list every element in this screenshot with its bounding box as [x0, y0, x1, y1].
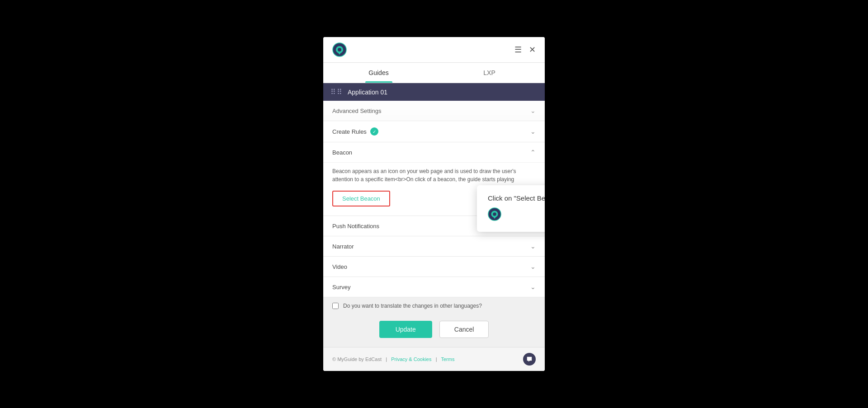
grid-icon: ⠿⠿ — [330, 88, 343, 96]
terms-link[interactable]: Terms — [441, 356, 454, 362]
privacy-link[interactable]: Privacy & Cookies — [391, 356, 431, 362]
create-rules-chevron: ⌄ — [530, 128, 536, 135]
beacon-header[interactable]: Beacon ⌃ — [323, 142, 545, 162]
create-rules-check: ✓ — [370, 127, 378, 136]
create-rules-row[interactable]: Create Rules ✓ ⌄ — [323, 121, 545, 142]
logo — [332, 42, 347, 57]
beacon-tooltip: Click on "Select Beacon" — [477, 185, 545, 232]
select-beacon-button[interactable]: Select Beacon — [332, 191, 390, 206]
survey-label: Survey — [332, 284, 350, 291]
svg-point-3 — [493, 212, 496, 216]
tabs: Guides LXP — [323, 63, 545, 83]
beacon-chevron: ⌃ — [530, 149, 536, 156]
advanced-settings-chevron: ⌄ — [530, 107, 536, 114]
tooltip-title: Click on "Select Beacon" — [488, 194, 545, 202]
video-row[interactable]: Video ⌄ — [323, 257, 545, 277]
app-window: ☰ ✕ Guides LXP ⠿⠿ Application 01 Advance… — [323, 37, 545, 371]
video-label: Video — [332, 263, 347, 270]
create-rules-label: Create Rules ✓ — [332, 127, 378, 136]
update-button[interactable]: Update — [379, 321, 432, 338]
survey-row[interactable]: Survey ⌄ — [323, 277, 545, 297]
survey-chevron: ⌄ — [530, 283, 536, 291]
push-notifications-label: Push Notifications — [332, 223, 379, 230]
header-actions: ☰ ✕ — [514, 45, 536, 55]
advanced-settings-row[interactable]: Advanced Settings ⌄ — [323, 101, 545, 121]
copyright-text: © MyGuide by EdCast — [332, 356, 382, 362]
tab-lxp[interactable]: LXP — [434, 63, 545, 83]
app-bar: ⠿⠿ Application 01 — [323, 83, 545, 101]
app-title: Application 01 — [348, 89, 387, 96]
narrator-label: Narrator — [332, 243, 354, 250]
translate-label: Do you want to translate the changes in … — [343, 303, 482, 309]
footer-separator1: | — [386, 356, 387, 362]
cancel-button[interactable]: Cancel — [439, 321, 489, 338]
narrator-row[interactable]: Narrator ⌄ — [323, 236, 545, 257]
translate-checkbox[interactable] — [332, 303, 339, 309]
action-buttons: Update Cancel — [323, 314, 545, 347]
footer-bar: © MyGuide by EdCast | Privacy & Cookies … — [323, 347, 545, 371]
chat-icon[interactable] — [523, 353, 536, 366]
svg-point-1 — [338, 48, 341, 52]
close-icon[interactable]: ✕ — [529, 45, 536, 55]
narrator-chevron: ⌄ — [530, 243, 536, 250]
beacon-description: Beacon appears as an icon on your web pa… — [332, 167, 536, 183]
footer-links: © MyGuide by EdCast | Privacy & Cookies … — [332, 356, 454, 362]
beacon-label: Beacon — [332, 149, 352, 156]
tab-guides[interactable]: Guides — [323, 63, 434, 83]
video-chevron: ⌄ — [530, 263, 536, 270]
menu-icon[interactable]: ☰ — [514, 45, 522, 55]
header: ☰ ✕ — [323, 37, 545, 63]
footer-separator2: | — [436, 356, 437, 362]
advanced-settings-label: Advanced Settings — [332, 108, 381, 114]
translate-row: Do you want to translate the changes in … — [323, 297, 545, 314]
